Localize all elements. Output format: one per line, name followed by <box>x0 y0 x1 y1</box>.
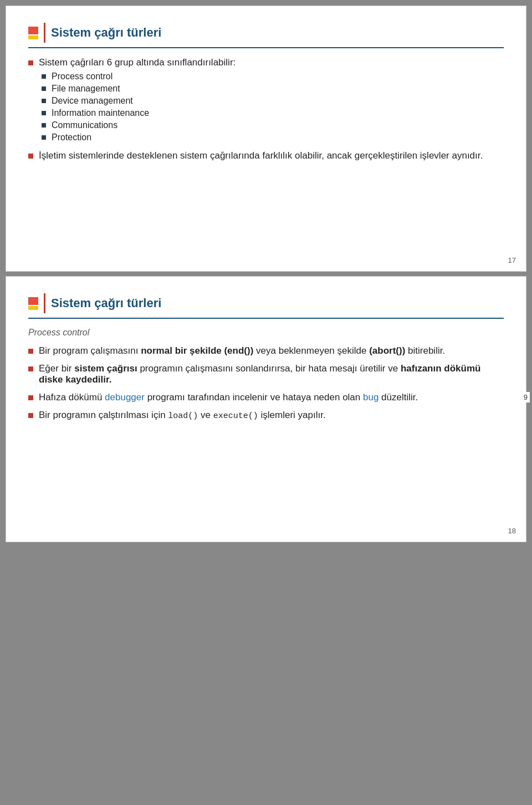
list-item: Information maintenance <box>42 108 504 118</box>
slide2-bullet-4: Bir programın çalştırılması için load() … <box>28 410 504 421</box>
accent-yellow-square <box>28 306 38 310</box>
bullet-square-icon <box>28 154 33 159</box>
bullet-square-icon <box>28 395 33 400</box>
sub-bullet-icon <box>42 111 46 115</box>
slide1-closing-list: İşletim sistemlerinde desteklenen sistem… <box>28 150 504 161</box>
slide1-title: Sistem çağrı türleri <box>51 26 161 40</box>
sub-item-label: Process control <box>52 72 112 81</box>
bullet3-text: Hafıza dökümü debugger programı tarafınd… <box>39 392 418 403</box>
sub-item-label: Information maintenance <box>52 108 149 118</box>
sub-item-label: File management <box>52 84 120 94</box>
slide1-sub-list: Process control File management Device m… <box>42 72 504 142</box>
sub-bullet-icon <box>42 135 46 140</box>
sub-bullet-icon <box>42 74 46 79</box>
slide2-section-label: Process control <box>28 328 504 338</box>
blue-text: bug <box>363 392 378 402</box>
slide1-closing-bullet: İşletim sistemlerinde desteklenen sistem… <box>28 150 504 161</box>
slide1-number: 17 <box>508 256 516 264</box>
page-indicator: 9 <box>521 392 530 402</box>
title-vertical-bar <box>44 23 45 43</box>
sub-item-label: Communications <box>52 120 117 130</box>
bullet2-text: Eğer bir sistem çağrısı programın çalışm… <box>39 363 504 385</box>
list-item: Device management <box>42 96 504 106</box>
slide2-bullet-2: Eğer bir sistem çağrısı programın çalışm… <box>28 363 504 385</box>
bullet-square-icon <box>28 60 33 65</box>
list-item: Communications <box>42 120 504 130</box>
title-accent-2 <box>28 297 38 310</box>
slide2-bullet-1: Bir program çalışmasını normal bir şekil… <box>28 345 504 356</box>
slide1-main-bullet: Sistem çağrıları 6 grup altında sınıflan… <box>28 57 504 68</box>
bold-text: normal bir şekilde (end()) <box>141 345 253 356</box>
list-item: Protection <box>42 133 504 142</box>
bold-text: sistem çağrısı <box>74 363 137 374</box>
sub-item-label: Device management <box>52 96 133 106</box>
mono-text: execute() <box>213 411 258 421</box>
bullet1-text: Bir program çalışmasını normal bir şekil… <box>39 345 445 356</box>
title-accent-1 <box>28 27 38 39</box>
bullet-square-icon <box>28 366 33 371</box>
slide1-intro-text: Sistem çağrıları 6 grup altında sınıflan… <box>39 57 236 68</box>
sub-item-label: Protection <box>52 133 91 142</box>
slide-2: Sistem çağrı türleri Process control Bir… <box>6 276 526 542</box>
list-item: File management <box>42 84 504 94</box>
slide2-title: Sistem çağrı türleri <box>51 296 161 310</box>
sub-bullet-icon <box>42 123 46 128</box>
title-vertical-bar <box>44 293 45 313</box>
bullet-square-icon <box>28 349 33 354</box>
slide-1: Sistem çağrı türleri Sistem çağrıları 6 … <box>6 6 526 272</box>
accent-red-square <box>28 27 38 34</box>
bold-text: (abort()) <box>369 345 405 356</box>
slide2-title-container: Sistem çağrı türleri <box>28 293 504 319</box>
slide2-bullet-3: Hafıza dökümü debugger programı tarafınd… <box>28 392 504 403</box>
mono-text: load() <box>168 411 198 421</box>
slide2-bullet-list: Bir program çalışmasını normal bir şekil… <box>28 345 504 421</box>
blue-text: debugger <box>105 392 145 402</box>
slide1-title-container: Sistem çağrı türleri <box>28 23 504 48</box>
sub-bullet-icon <box>42 86 46 91</box>
accent-red-square <box>28 297 38 305</box>
slide1-closing-text: İşletim sistemlerinde desteklenen sistem… <box>39 150 483 161</box>
accent-yellow-square <box>28 35 38 39</box>
slide2-number: 18 <box>508 527 516 535</box>
slide1-bullet-list: Sistem çağrıları 6 grup altında sınıflan… <box>28 57 504 68</box>
bullet4-text: Bir programın çalştırılması için load() … <box>39 410 326 421</box>
bullet-square-icon <box>28 413 33 418</box>
list-item: Process control <box>42 72 504 81</box>
sub-bullet-icon <box>42 99 46 103</box>
